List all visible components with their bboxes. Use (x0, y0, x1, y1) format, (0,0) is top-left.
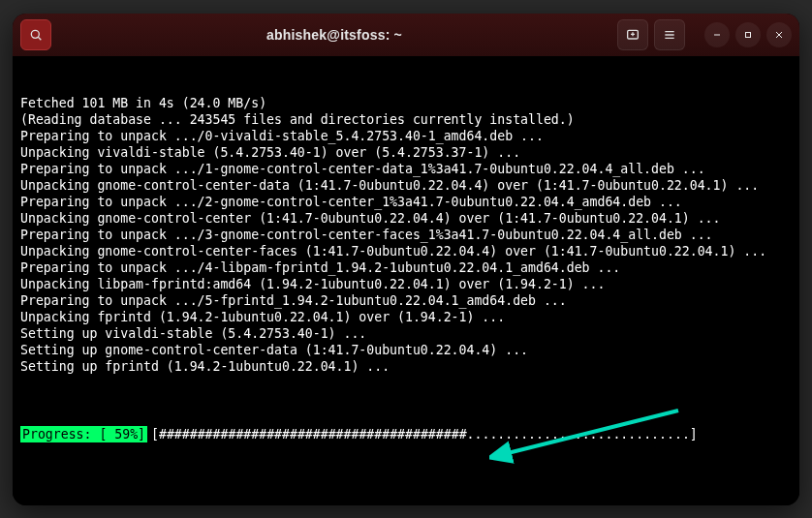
minimize-icon (711, 29, 723, 41)
window-title: abhishek@itsfoss: ~ (57, 27, 611, 43)
terminal-line: Fetched 101 MB in 4s (24.0 MB/s) (20, 95, 792, 111)
terminal-line: Preparing to unpack .../5-fprintd_1.94.2… (20, 292, 792, 309)
terminal-line: Setting up gnome-control-center-data (1:… (20, 342, 792, 358)
terminal-line: Setting up vivaldi-stable (5.4.2753.40-1… (20, 325, 792, 342)
titlebar-right-group (617, 19, 792, 50)
terminal-line: Unpacking gnome-control-center-faces (1:… (20, 243, 792, 259)
terminal-line: Preparing to unpack .../2-gnome-control-… (20, 194, 792, 210)
search-button[interactable] (20, 19, 51, 50)
terminal-line: Unpacking fprintd (1.94.2-1ubuntu0.22.04… (20, 309, 792, 325)
terminal-window: abhishek@itsfoss: ~ (13, 14, 799, 505)
progress-bar: [#######################################… (151, 426, 698, 442)
menu-button[interactable] (654, 19, 685, 50)
terminal-line: Preparing to unpack .../0-vivaldi-stable… (20, 128, 792, 144)
svg-point-0 (31, 30, 39, 38)
hamburger-icon (662, 27, 677, 43)
new-tab-icon (625, 27, 640, 43)
minimize-button[interactable] (704, 22, 730, 47)
new-tab-button[interactable] (617, 19, 648, 50)
maximize-button[interactable] (735, 22, 761, 47)
svg-rect-9 (746, 32, 751, 37)
svg-line-1 (38, 37, 41, 40)
terminal-line: Preparing to unpack .../3-gnome-control-… (20, 227, 792, 243)
terminal-line: Unpacking gnome-control-center-data (1:4… (20, 177, 792, 194)
terminal-line: Preparing to unpack .../4-libpam-fprintd… (20, 259, 792, 276)
titlebar: abhishek@itsfoss: ~ (13, 14, 799, 56)
terminal-line: Unpacking gnome-control-center (1:41.7-0… (20, 210, 792, 227)
terminal-output: Fetched 101 MB in 4s (24.0 MB/s)(Reading… (20, 95, 792, 375)
maximize-icon (742, 29, 754, 41)
progress-row: Progress: [ 59%] [######################… (20, 426, 792, 442)
terminal-line: Unpacking libpam-fprintd:amd64 (1.94.2-1… (20, 276, 792, 292)
progress-label: Progress: [ 59%] (20, 426, 147, 442)
close-button[interactable] (766, 22, 792, 47)
terminal-line: Unpacking vivaldi-stable (5.4.2753.40-1)… (20, 144, 792, 161)
search-icon (28, 27, 44, 43)
close-icon (773, 29, 785, 41)
terminal-body[interactable]: Fetched 101 MB in 4s (24.0 MB/s)(Reading… (13, 56, 799, 505)
terminal-line: (Reading database ... 243545 files and d… (20, 111, 792, 128)
terminal-line: Setting up fprintd (1.94.2-1ubuntu0.22.0… (20, 358, 792, 375)
terminal-line: Preparing to unpack .../1-gnome-control-… (20, 161, 792, 177)
